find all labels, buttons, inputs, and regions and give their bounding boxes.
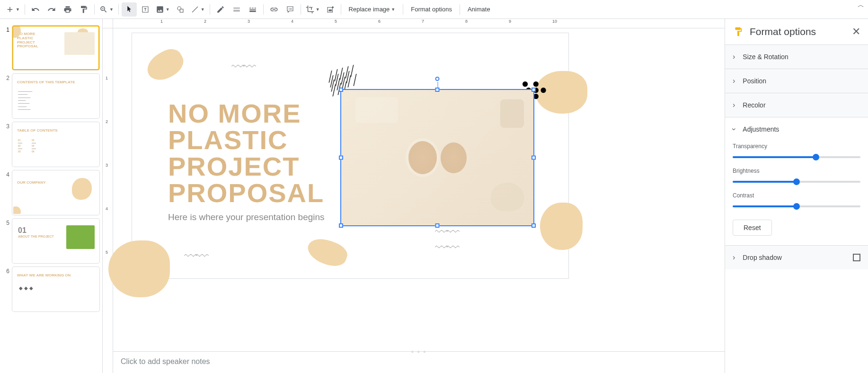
line-tool[interactable]: ▼ bbox=[189, 2, 207, 17]
replace-image-button[interactable]: Replace image▼ bbox=[344, 2, 400, 17]
chevron-right-icon: › bbox=[733, 101, 735, 109]
position-section[interactable]: › Position bbox=[725, 69, 868, 93]
drop-shadow-section[interactable]: › Drop shadow bbox=[725, 246, 868, 269]
resize-handle-sw[interactable] bbox=[339, 223, 343, 228]
svg-rect-1 bbox=[180, 9, 183, 12]
format-options-button[interactable]: Format options bbox=[406, 2, 457, 17]
chevron-right-icon: › bbox=[733, 53, 735, 61]
canvas-area: 1 2 3 4 5 6 7 8 9 10 1 2 3 4 5 〰〰 bbox=[103, 19, 725, 373]
link-button[interactable] bbox=[266, 2, 282, 17]
size-rotation-section[interactable]: › Size & Rotation bbox=[725, 45, 868, 69]
decoration-blob bbox=[142, 44, 188, 86]
zoom-button[interactable]: ▼ bbox=[97, 2, 115, 17]
format-panel-title: Format options bbox=[750, 26, 845, 37]
paint-format-button[interactable] bbox=[76, 2, 91, 17]
slide-thumbnails-panel: 1 NO MORE PLASTIC PROJECT PROPOSAL 2 CON… bbox=[0, 19, 103, 373]
resize-handle-nw[interactable] bbox=[339, 88, 343, 92]
format-panel-icon bbox=[733, 27, 743, 37]
print-button[interactable] bbox=[60, 2, 75, 17]
contrast-slider[interactable] bbox=[733, 205, 860, 207]
notes-resize-grip[interactable]: ● ● ● bbox=[411, 349, 427, 354]
new-slide-button[interactable]: ▼ bbox=[4, 2, 22, 17]
rotation-handle[interactable] bbox=[435, 77, 440, 81]
vertical-ruler[interactable]: 1 2 3 4 5 bbox=[103, 28, 113, 373]
slide-subtitle[interactable]: Here is where your presentation begins bbox=[168, 212, 325, 222]
shape-tool[interactable] bbox=[173, 2, 188, 17]
drop-shadow-checkbox[interactable] bbox=[853, 254, 860, 261]
select-tool[interactable] bbox=[122, 2, 137, 17]
comment-button[interactable] bbox=[283, 2, 298, 17]
thumbnail-slide-5[interactable]: 5 01 ABOUT THE PROJECT bbox=[0, 217, 102, 265]
transparency-slider[interactable] bbox=[733, 156, 860, 158]
selected-image[interactable] bbox=[340, 89, 534, 226]
undo-button[interactable] bbox=[28, 2, 43, 17]
thumbnail-slide-3[interactable]: 3 TABLE OF CONTENTS 01━━━02━━━0304━━━05━… bbox=[0, 120, 102, 169]
resize-handle-s[interactable] bbox=[435, 223, 440, 228]
textbox-tool[interactable] bbox=[138, 2, 153, 17]
thumbnail-slide-2[interactable]: 2 CONTENTS OF THIS TEMPLATE ━━━━━━━━━━━━… bbox=[0, 72, 102, 120]
main-toolbar: ▼ ▼ ▼ ▼ ▼ Replace image▼ Format options … bbox=[0, 0, 868, 19]
thumbnail-slide-4[interactable]: 4 OUR COMPANY bbox=[0, 169, 102, 217]
slider-thumb[interactable] bbox=[793, 178, 800, 185]
close-panel-button[interactable]: ✕ bbox=[852, 26, 860, 38]
thumbnail-slide-1[interactable]: 1 NO MORE PLASTIC PROJECT PROPOSAL bbox=[0, 24, 102, 72]
decoration-squiggle: 〰〰〰〰 bbox=[435, 224, 458, 256]
speaker-notes[interactable]: ● ● ● Click to add speaker notes bbox=[113, 351, 725, 373]
border-weight-button[interactable] bbox=[229, 2, 244, 17]
crop-button[interactable]: ▼ bbox=[304, 2, 322, 17]
decoration-squiggle: 〰〰 bbox=[231, 59, 254, 75]
slider-thumb[interactable] bbox=[793, 203, 800, 210]
collapse-toolbar-button[interactable]: ︿ bbox=[858, 1, 864, 9]
decoration-squiggle: 〰〰 bbox=[184, 249, 207, 264]
reset-button[interactable]: Reset bbox=[733, 220, 772, 236]
resize-handle-se[interactable] bbox=[531, 223, 536, 228]
slide-canvas[interactable]: 〰〰 〰〰〰〰 〰〰 ╱╱╱╱╱╱╱╱╱╱╱╱╱╱╱╱╱ ● ● ●●●● ● … bbox=[132, 33, 568, 278]
brightness-slider[interactable] bbox=[733, 181, 860, 183]
reset-image-button[interactable] bbox=[323, 2, 338, 17]
redo-button[interactable] bbox=[44, 2, 59, 17]
horizontal-ruler[interactable]: 1 2 3 4 5 6 7 8 9 10 bbox=[113, 19, 725, 28]
decoration-blob bbox=[540, 203, 583, 250]
thumbnail-slide-6[interactable]: 6 WHAT WE ARE WORKING ON ◆ ◆ ◆ bbox=[0, 265, 102, 313]
recolor-section[interactable]: › Recolor bbox=[725, 93, 868, 117]
border-color-button[interactable] bbox=[213, 2, 228, 17]
chevron-down-icon: › bbox=[730, 128, 738, 130]
decoration-blob bbox=[304, 234, 350, 270]
chevron-right-icon: › bbox=[733, 77, 735, 85]
border-dash-button[interactable] bbox=[245, 2, 260, 17]
chevron-right-icon: › bbox=[733, 253, 735, 262]
transparency-label: Transparency bbox=[733, 143, 860, 150]
resize-handle-w[interactable] bbox=[339, 156, 343, 160]
contrast-label: Contrast bbox=[733, 192, 860, 199]
adjustments-section[interactable]: › Adjustments bbox=[725, 117, 868, 141]
decoration-blob bbox=[108, 240, 170, 297]
ruler-corner bbox=[103, 19, 113, 28]
animate-button[interactable]: Animate bbox=[463, 2, 495, 17]
resize-handle-ne[interactable] bbox=[531, 88, 536, 92]
resize-handle-n[interactable] bbox=[435, 88, 440, 92]
resize-handle-e[interactable] bbox=[531, 156, 536, 160]
brightness-label: Brightness bbox=[733, 168, 860, 174]
slide-title[interactable]: NO MORE PLASTIC PROJECT PROPOSAL bbox=[168, 100, 324, 206]
slider-thumb[interactable] bbox=[813, 154, 819, 160]
format-options-panel: Format options ✕ › Size & Rotation › Pos… bbox=[725, 19, 868, 373]
image-tool[interactable]: ▼ bbox=[154, 2, 172, 17]
